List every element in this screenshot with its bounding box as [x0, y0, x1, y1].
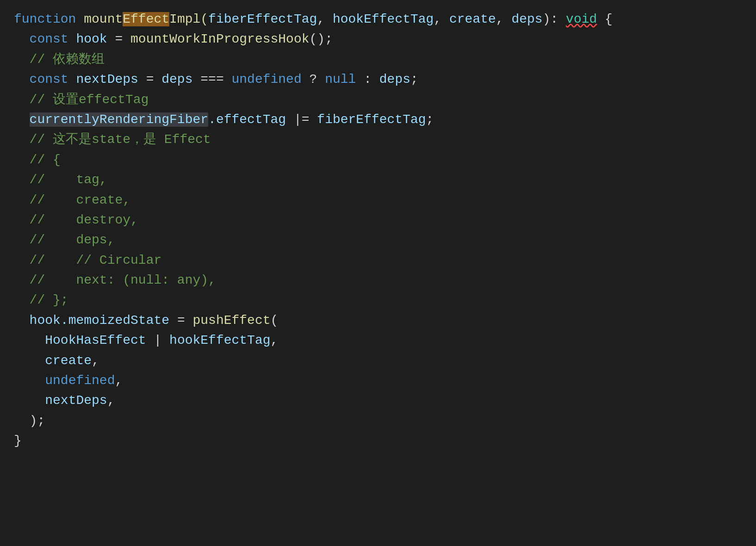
code-line: nextDeps, — [14, 391, 742, 410]
code-line: // 设置effectTag — [14, 90, 742, 110]
code-line: // { — [14, 150, 742, 170]
code-line: // tag, — [14, 170, 742, 190]
code-line: // deps, — [14, 230, 742, 250]
code-line: ); — [14, 411, 742, 431]
code-line: // // Circular — [14, 250, 742, 270]
code-line: const nextDeps = deps === undefined ? nu… — [14, 69, 742, 89]
code-line: // next: (null: any), — [14, 270, 742, 290]
code-line: // create, — [14, 190, 742, 210]
code-line: HookHasEffect | hookEffectTag, — [14, 330, 742, 350]
code-line: create, — [14, 351, 742, 371]
code-line: const hook = mountWorkInProgressHook(); — [14, 29, 742, 49]
code-line: hook.memoizedState = pushEffect( — [14, 310, 742, 330]
code-editor: function mountEffectImpl(fiberEffectTag,… — [14, 9, 742, 451]
code-line: // 依赖数组 — [14, 50, 742, 69]
code-line: // }; — [14, 290, 742, 310]
code-line: currentlyRenderingFiber.effectTag |= fib… — [14, 110, 742, 130]
code-line: undefined, — [14, 371, 742, 391]
code-line: // destroy, — [14, 210, 742, 230]
code-line: } — [14, 431, 742, 451]
code-line: // 这不是state，是 Effect — [14, 130, 742, 149]
code-line: function mountEffectImpl(fiberEffectTag,… — [14, 9, 742, 29]
